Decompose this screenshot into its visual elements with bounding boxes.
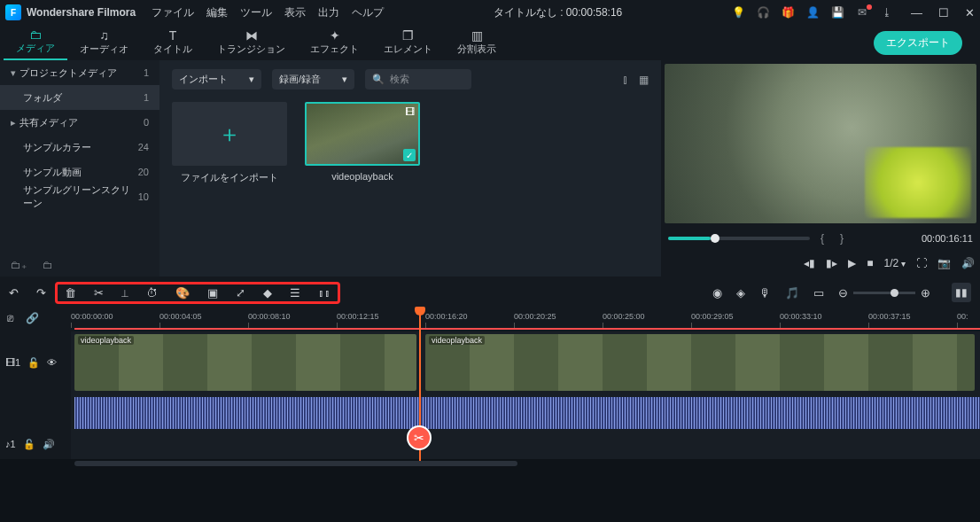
crop-button[interactable]: ⟂ (121, 286, 128, 300)
app-logo: F (5, 4, 21, 20)
open-folder-icon[interactable]: 🗀 (43, 259, 53, 271)
export-button[interactable]: エクスポート (874, 31, 962, 55)
audio-track (0, 393, 980, 429)
edit-tools-highlight: 🗑 ✂ ⟂ ⏱ 🎨 ▣ ⤢ ◆ ☰ ⫾⫾ (55, 282, 340, 304)
delete-button[interactable]: 🗑 (65, 286, 76, 300)
video-track-body[interactable]: videoplayback videoplayback (71, 331, 980, 393)
stop-button[interactable]: ■ (867, 257, 873, 269)
link-icon[interactable]: 🔗 (26, 312, 39, 324)
media-clip[interactable]: 🎞 ✓ videoplayback (305, 102, 420, 184)
sidebar-sample-videos[interactable]: サンプル動画20 (0, 160, 159, 184)
render-preview-icon[interactable]: ◉ (712, 286, 722, 300)
redo-button[interactable]: ↷ (36, 286, 46, 300)
tab-element[interactable]: ❐エレメント (371, 25, 445, 60)
marker-icon[interactable]: ◈ (736, 286, 745, 300)
close-button[interactable]: ✕ (965, 6, 975, 19)
idea-icon[interactable]: 💡 (732, 6, 744, 19)
volume-icon[interactable]: 🔊 (961, 257, 975, 269)
mark-out-icon[interactable]: } (835, 232, 849, 245)
prev-frame-button[interactable]: ◂▮ (804, 257, 815, 269)
undo-button[interactable]: ↶ (9, 286, 19, 300)
audio-adjust-button[interactable]: ⫾⫾ (318, 286, 331, 300)
menu-view[interactable]: 表示 (284, 5, 306, 20)
track-audio-label: ♪1 (5, 439, 16, 449)
account-icon[interactable]: 👤 (806, 6, 819, 19)
minimize-button[interactable]: — (911, 6, 922, 19)
sidebar-project-media[interactable]: ▾プロジェクトメディア1 (0, 60, 159, 85)
voiceover-icon[interactable]: 🎙 (759, 286, 771, 300)
audio-track-body[interactable] (71, 393, 980, 429)
save-icon[interactable]: 💾 (831, 6, 844, 19)
chevron-down-icon: ▾ (249, 74, 254, 85)
sparkle-icon: ✦ (330, 29, 340, 42)
playhead[interactable]: ✂ (419, 308, 421, 461)
sidebar-shared-media[interactable]: ▸共有メディア0 (0, 110, 159, 135)
timeline-toolbar: ↶ ↷ 🗑 ✂ ⟂ ⏱ 🎨 ▣ ⤢ ◆ ☰ ⫾⫾ ◉ ◈ 🎙 🎵 ▭ ⊖ ⊕ ▮… (0, 277, 980, 308)
new-folder-icon[interactable]: 🗀₊ (11, 259, 27, 271)
menu-file[interactable]: ファイル (152, 5, 194, 20)
split-knob[interactable]: ✂ (407, 425, 432, 450)
window-controls: — ☐ ✕ (911, 6, 975, 19)
preview-progress[interactable] (668, 237, 810, 240)
lock-icon[interactable]: 🔓 (27, 357, 40, 369)
audio-track-2-body[interactable] (71, 429, 980, 459)
cut-button[interactable]: ✂ (94, 286, 104, 300)
music-icon: ♫ (99, 29, 109, 42)
tab-title[interactable]: Tタイトル (141, 25, 205, 60)
video-clip-1[interactable]: videoplayback (74, 334, 416, 391)
next-frame-button[interactable]: ▮▸ (826, 257, 837, 269)
tab-split[interactable]: ▥分割表示 (445, 25, 509, 60)
snapshot-icon[interactable]: 📷 (937, 257, 951, 269)
visibility-icon[interactable]: 👁 (47, 357, 57, 368)
sidebar-folder[interactable]: フォルダ1 (0, 85, 159, 110)
download-icon[interactable]: ⭳ (881, 6, 893, 19)
video-clip-2[interactable]: videoplayback (425, 334, 975, 391)
fullscreen-icon[interactable]: ⛶ (916, 257, 927, 269)
mail-icon[interactable]: ✉ (856, 6, 868, 19)
timeline-scrollbar[interactable] (0, 459, 980, 468)
zoom-slider[interactable]: ⊖ ⊕ (838, 286, 930, 300)
sidebar-greenscreen[interactable]: サンプルグリーンスクリーン10 (0, 184, 159, 209)
mute-icon[interactable]: 🔊 (43, 439, 55, 450)
thumbnail-view-icon[interactable]: ▭ (813, 286, 824, 300)
fit-button[interactable]: ⤢ (236, 286, 245, 300)
audio-mixer-icon[interactable]: 🎵 (785, 286, 799, 300)
audio-waveform[interactable] (74, 397, 980, 429)
zoom-out-icon[interactable]: ⊖ (838, 286, 848, 300)
menu-output[interactable]: 出力 (318, 5, 339, 20)
support-icon[interactable]: 🎧 (757, 6, 769, 19)
search-input[interactable]: 🔍検索 (365, 69, 471, 90)
menu-edit[interactable]: 編集 (206, 5, 228, 20)
menu-help[interactable]: ヘルプ (352, 5, 384, 20)
preview-viewport[interactable] (665, 64, 976, 223)
record-dropdown[interactable]: 録画/録音▾ (272, 69, 354, 90)
tab-transition[interactable]: ⧓トランジション (205, 25, 298, 60)
grid-view-icon[interactable]: ▦ (639, 74, 649, 86)
greenscreen-button[interactable]: ▣ (207, 286, 218, 300)
zoom-in-icon[interactable]: ⊕ (921, 286, 930, 300)
mark-in-icon[interactable]: { (815, 232, 829, 245)
preview-timecode: 00:00:16:11 (922, 233, 973, 244)
color-button[interactable]: 🎨 (175, 286, 190, 300)
import-tile[interactable]: ＋ ファイルをインポート (172, 102, 287, 184)
tab-effect[interactable]: ✦エフェクト (298, 25, 371, 60)
maximize-button[interactable]: ☐ (938, 6, 949, 19)
folder-icon: 🗀 (29, 28, 42, 41)
sidebar-sample-colors[interactable]: サンプルカラー24 (0, 135, 159, 160)
playback-rate[interactable]: 1/2 ▾ (884, 257, 906, 269)
tab-media[interactable]: 🗀メディア (4, 25, 67, 60)
gift-icon[interactable]: 🎁 (782, 6, 794, 19)
filter-icon[interactable]: ⫿ (623, 74, 628, 86)
speed-button[interactable]: ⏱ (146, 286, 158, 300)
menu-tool[interactable]: ツール (240, 5, 272, 20)
tab-audio[interactable]: ♫オーディオ (67, 25, 141, 60)
keyframe-button[interactable]: ◆ (263, 286, 272, 300)
import-dropdown[interactable]: インポート▾ (172, 69, 261, 90)
play-button[interactable]: ▶ (848, 257, 856, 269)
lock-icon[interactable]: 🔓 (23, 439, 35, 450)
track-manage-icon[interactable]: ⎚ (7, 312, 13, 324)
timeline-ruler[interactable]: 00:00:00:00 00:00:04:05 00:00:08:10 00:0… (71, 308, 980, 328)
render-button[interactable]: ▮▮ (952, 283, 971, 302)
adjust-button[interactable]: ☰ (290, 286, 300, 300)
element-icon: ❐ (402, 29, 414, 42)
